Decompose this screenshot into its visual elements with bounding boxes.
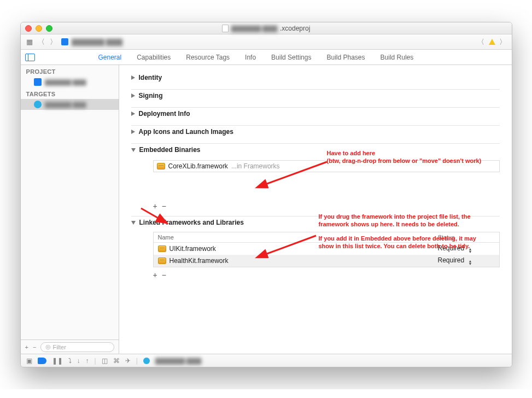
- close-window-button[interactable]: [25, 25, 32, 32]
- zoom-window-button[interactable]: [46, 25, 52, 32]
- navigator-toolbar: ▦ 〈 〉 ▇▇▇▇▇▇ ▇▇▇ 〈 〉: [21, 34, 512, 50]
- sidebar-project-item[interactable]: ▇▇▇▇▇▇ ▇▇▇: [21, 77, 119, 87]
- titlebar: ▇▇▇▇▇▇ ▇▇▇ .xcodeproj: [21, 22, 512, 34]
- linked-row[interactable]: HealthKit.framework Required ▲▼: [154, 255, 499, 267]
- embedded-framework-name: CoreXLib.framework: [168, 162, 228, 170]
- linked-frameworks-table: Name Status UIKit.framework Required ▲▼: [153, 232, 500, 267]
- filter-input[interactable]: ◎ Filter: [40, 342, 114, 352]
- sidebar-toggle-icon[interactable]: [25, 54, 35, 61]
- step-over-icon[interactable]: ⤵: [68, 357, 72, 365]
- remove-target-button[interactable]: −: [33, 344, 36, 350]
- process-icon: [143, 358, 150, 364]
- disclosure-icon: [131, 75, 135, 80]
- linked-remove-button[interactable]: −: [162, 271, 166, 279]
- section-deployment[interactable]: Deployment Info: [131, 108, 500, 120]
- project-icon: [34, 78, 42, 86]
- forward-small-icon[interactable]: 〉: [499, 38, 507, 46]
- sidebar-target-item[interactable]: ▇▇▇▇▇▇ ▇▇▇: [21, 99, 119, 110]
- linked-add-button[interactable]: +: [153, 271, 157, 279]
- linked-framework-name: UIKit.framework: [169, 245, 216, 253]
- section-appicons[interactable]: App Icons and Launch Images: [131, 126, 500, 138]
- linked-col-name: Name: [154, 232, 434, 242]
- location-icon[interactable]: ✈: [125, 357, 131, 365]
- file-icon: [222, 25, 229, 32]
- debug-process-name[interactable]: ▇▇▇▇▇▇ ▇▇▇: [155, 357, 201, 365]
- embedded-framework-path: ...in Frameworks: [231, 162, 280, 170]
- linked-framework-name: HealthKit.framework: [169, 257, 229, 265]
- sidebar-heading-targets: TARGETS: [21, 87, 119, 99]
- window-title-blurred: ▇▇▇▇▇▇ ▇▇▇: [231, 25, 277, 32]
- debug-bar: ▣ ❚❚ ⤵ ↓ ↑ | ◫ ⌘ ✈ | ▇▇▇▇▇▇ ▇▇▇: [21, 354, 512, 367]
- disclosure-icon: [131, 112, 135, 116]
- console-toggle-icon[interactable]: ▣: [26, 357, 32, 365]
- disclosure-icon: [131, 93, 135, 98]
- disclosure-icon: [131, 130, 135, 134]
- tab-build-rules[interactable]: Build Rules: [381, 54, 414, 61]
- add-target-button[interactable]: +: [25, 344, 28, 350]
- tab-resource-tags[interactable]: Resource Tags: [186, 54, 230, 61]
- editor-main: Identity Signing Deployment Info: [119, 65, 512, 354]
- grid-icon[interactable]: ▦: [25, 38, 34, 46]
- stepper-icon[interactable]: ▲▼: [469, 260, 472, 265]
- filter-placeholder: Filter: [52, 344, 66, 350]
- linked-status[interactable]: Required: [438, 256, 465, 264]
- minimize-window-button[interactable]: [36, 25, 42, 32]
- embedded-remove-button[interactable]: −: [162, 202, 166, 210]
- embedded-add-button[interactable]: +: [153, 202, 157, 210]
- filter-icon: ◎: [45, 343, 51, 350]
- linked-status[interactable]: Required: [438, 244, 465, 252]
- framework-icon: [158, 257, 166, 264]
- window-title-suffix: .xcodeproj: [280, 25, 310, 32]
- forward-icon[interactable]: 〉: [49, 38, 58, 46]
- linked-row[interactable]: UIKit.framework Required ▲▼: [154, 243, 499, 255]
- tab-build-phases[interactable]: Build Phases: [326, 54, 365, 61]
- breakpoint-tag-icon[interactable]: [38, 358, 46, 364]
- disclosure-open-icon: [131, 148, 136, 152]
- tab-general[interactable]: General: [98, 54, 122, 61]
- linked-col-status: Status: [434, 232, 499, 242]
- stepper-icon[interactable]: ▲▼: [469, 248, 472, 253]
- framework-icon: [158, 245, 166, 252]
- memory-graph-icon[interactable]: ⌘: [113, 357, 120, 365]
- project-sidebar: PROJECT ▇▇▇▇▇▇ ▇▇▇ TARGETS ▇▇▇▇▇▇ ▇▇▇ + …: [21, 65, 119, 354]
- section-identity[interactable]: Identity: [131, 72, 500, 84]
- view-debug-icon[interactable]: ◫: [102, 357, 108, 365]
- disclosure-open-icon: [131, 221, 136, 225]
- breadcrumb-item[interactable]: ▇▇▇▇▇▇ ▇▇▇: [72, 38, 123, 46]
- xcode-window: ▇▇▇▇▇▇ ▇▇▇ .xcodeproj ▦ 〈 〉 ▇▇▇▇▇▇ ▇▇▇ 〈…: [20, 22, 512, 367]
- tab-info[interactable]: Info: [245, 54, 256, 61]
- section-signing[interactable]: Signing: [131, 90, 500, 102]
- section-embedded[interactable]: Embedded Binaries: [131, 144, 500, 156]
- framework-icon: [157, 163, 165, 169]
- pause-icon[interactable]: ❚❚: [52, 357, 63, 365]
- target-icon: [34, 101, 42, 108]
- sidebar-target-name: ▇▇▇▇▇▇ ▇▇▇: [45, 101, 86, 108]
- target-editor-tabs: General Capabilities Resource Tags Info …: [21, 50, 512, 65]
- step-out-icon[interactable]: ↑: [86, 357, 89, 365]
- warning-icon[interactable]: [489, 39, 495, 45]
- step-into-icon[interactable]: ↓: [77, 357, 80, 365]
- sidebar-project-name: ▇▇▇▇▇▇ ▇▇▇: [45, 79, 86, 86]
- sidebar-footer: + − ◎ Filter: [21, 340, 119, 354]
- section-linked[interactable]: Linked Frameworks and Libraries: [131, 216, 500, 229]
- tab-build-settings[interactable]: Build Settings: [271, 54, 311, 61]
- project-icon: [61, 38, 68, 45]
- sidebar-heading-project: PROJECT: [21, 65, 119, 77]
- tab-capabilities[interactable]: Capabilities: [137, 54, 171, 61]
- embedded-binary-row[interactable]: CoreXLib.framework ...in Frameworks: [153, 160, 500, 172]
- back-small-icon[interactable]: 〈: [477, 38, 486, 46]
- back-icon[interactable]: 〈: [37, 38, 46, 46]
